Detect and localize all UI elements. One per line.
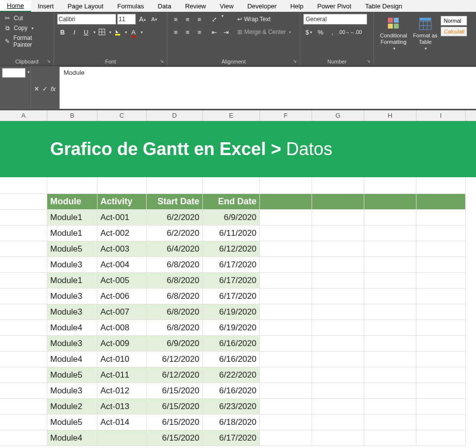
table-cell[interactable]: 6/12/2020 <box>147 367 203 383</box>
menu-data[interactable]: Data <box>151 1 178 11</box>
decrease-indent-button[interactable]: ⇤ <box>209 27 220 37</box>
empty-cell[interactable] <box>364 225 416 241</box>
empty-cell[interactable] <box>364 352 416 367</box>
wrap-text-button[interactable]: ↩ Wrap Text <box>235 14 293 25</box>
chevron-down-icon[interactable]: ▾ <box>109 30 111 34</box>
column-header[interactable]: I <box>416 110 466 121</box>
table-cell[interactable]: 6/16/2020 <box>203 352 260 367</box>
menu-power-pivot[interactable]: Power Pivot <box>310 1 358 11</box>
table-cell[interactable]: 6/8/2020 <box>147 288 203 304</box>
increase-indent-button[interactable]: ⇥ <box>221 27 231 37</box>
table-cell[interactable]: 6/8/2020 <box>147 320 203 336</box>
empty-cell[interactable] <box>416 320 466 336</box>
table-cell[interactable]: 6/17/2020 <box>203 288 260 304</box>
empty-cell[interactable] <box>260 430 312 446</box>
empty-cell[interactable] <box>260 383 312 399</box>
table-cell[interactable]: 6/22/2020 <box>203 367 260 383</box>
empty-cell[interactable] <box>0 336 47 352</box>
table-cell[interactable]: 6/19/2020 <box>203 304 260 320</box>
table-cell[interactable]: Act-014 <box>97 415 147 430</box>
table-cell[interactable]: Act-010 <box>97 352 147 367</box>
table-cell[interactable]: Module4 <box>47 320 97 336</box>
empty-cell[interactable] <box>312 367 364 383</box>
fill-color-button[interactable] <box>112 27 123 37</box>
chevron-down-icon[interactable]: ▾ <box>28 67 30 74</box>
table-cell[interactable]: 6/4/2020 <box>147 241 203 257</box>
empty-cell[interactable] <box>0 320 47 336</box>
number-format-select[interactable] <box>303 14 367 25</box>
table-cell[interactable]: Act-001 <box>97 210 147 225</box>
table-cell[interactable]: Act-002 <box>97 225 147 241</box>
empty-cell[interactable] <box>416 273 466 288</box>
empty-cell[interactable] <box>312 352 364 367</box>
table-cell[interactable]: 6/15/2020 <box>147 383 203 399</box>
align-left-button[interactable]: ≡ <box>170 27 181 37</box>
empty-cell[interactable] <box>260 210 312 225</box>
align-middle-button[interactable]: ≡ <box>182 14 193 25</box>
empty-cell[interactable] <box>364 210 416 225</box>
empty-cell[interactable] <box>0 415 47 430</box>
align-center-button[interactable]: ≡ <box>182 27 193 37</box>
table-cell[interactable]: Module5 <box>47 367 97 383</box>
table-header[interactable]: Start Date <box>147 194 203 210</box>
table-cell[interactable]: Act-008 <box>97 320 147 336</box>
table-cell[interactable]: Act-011 <box>97 367 147 383</box>
empty-cell[interactable] <box>312 288 364 304</box>
menu-view[interactable]: View <box>213 1 241 11</box>
empty-cell[interactable] <box>364 241 416 257</box>
table-cell[interactable]: Act-004 <box>97 257 147 273</box>
empty-cell[interactable] <box>416 288 466 304</box>
empty-cell[interactable] <box>260 399 312 415</box>
cancel-icon[interactable]: ✕ <box>34 85 39 93</box>
table-cell[interactable]: 6/2/2020 <box>147 225 203 241</box>
number-dialog-launcher[interactable]: ↘ <box>367 59 373 64</box>
copy-button[interactable]: ⧉ Copy ▾ <box>3 24 51 32</box>
table-cell[interactable]: Module1 <box>47 210 97 225</box>
empty-cell[interactable] <box>416 367 466 383</box>
table-header[interactable]: Module <box>47 194 97 210</box>
table-header[interactable]: Activity <box>97 194 147 210</box>
empty-cell[interactable] <box>260 225 312 241</box>
empty-cell[interactable] <box>312 210 364 225</box>
empty-cell[interactable] <box>416 225 466 241</box>
cell-style-calculation[interactable]: Calculati <box>441 27 467 36</box>
empty-cell[interactable] <box>364 399 416 415</box>
empty-cell[interactable] <box>0 367 47 383</box>
decrease-font-button[interactable]: A▾ <box>149 14 159 25</box>
bold-button[interactable]: B <box>57 27 68 37</box>
column-header[interactable]: C <box>97 110 147 121</box>
empty-cell[interactable] <box>0 304 47 320</box>
table-cell[interactable]: Module3 <box>47 383 97 399</box>
empty-cell[interactable] <box>364 430 416 446</box>
decrease-decimal-button[interactable]: ←.00 <box>350 27 361 37</box>
table-cell[interactable]: Module3 <box>47 257 97 273</box>
align-top-button[interactable]: ≡ <box>170 14 181 25</box>
align-right-button[interactable]: ≡ <box>194 27 205 37</box>
align-bottom-button[interactable]: ≡ <box>194 14 205 25</box>
table-cell[interactable]: Module5 <box>47 415 97 430</box>
empty-cell[interactable] <box>312 241 364 257</box>
table-cell[interactable]: 6/16/2020 <box>203 336 260 352</box>
table-cell[interactable]: 6/2/2020 <box>147 210 203 225</box>
table-cell[interactable]: Module2 <box>47 399 97 415</box>
chevron-down-icon[interactable]: ▾ <box>222 14 223 25</box>
empty-cell[interactable] <box>416 352 466 367</box>
empty-cell[interactable] <box>312 225 364 241</box>
table-cell[interactable]: Act-006 <box>97 288 147 304</box>
empty-cell[interactable] <box>416 210 466 225</box>
table-cell[interactable]: 6/12/2020 <box>203 241 260 257</box>
menu-home[interactable]: Home <box>0 0 31 12</box>
empty-cell[interactable] <box>0 273 47 288</box>
empty-cell[interactable] <box>364 288 416 304</box>
empty-cell[interactable] <box>364 367 416 383</box>
column-header[interactable]: G <box>312 110 364 121</box>
empty-cell[interactable] <box>416 415 466 430</box>
empty-cell[interactable] <box>0 257 47 273</box>
empty-cell[interactable] <box>364 304 416 320</box>
column-header[interactable]: D <box>147 110 203 121</box>
table-cell[interactable]: 6/8/2020 <box>147 257 203 273</box>
cut-button[interactable]: ✂ Cut <box>3 14 51 23</box>
empty-cell[interactable] <box>364 320 416 336</box>
empty-cell[interactable] <box>312 273 364 288</box>
table-cell[interactable]: Act-007 <box>97 304 147 320</box>
